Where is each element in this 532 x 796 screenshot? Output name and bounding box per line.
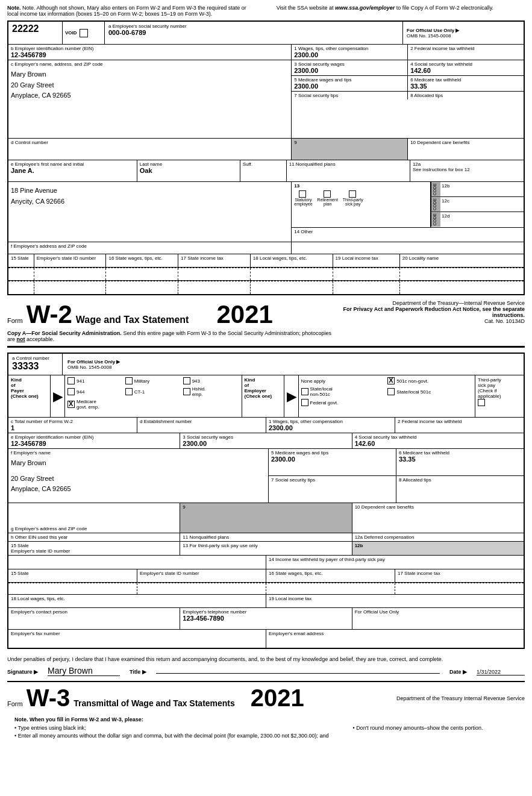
w3-box3-label: 3 Social security wages (183, 434, 349, 440)
w2-box12d-row: CODE 12d (431, 212, 524, 227)
w2-footer-left: Form W-2 Wage and Tax Statement 2021 Cop… (7, 300, 335, 343)
w2-checkbox-stat[interactable] (299, 190, 306, 198)
note-left-text: Note. Although not shown, Mary also ente… (7, 5, 246, 17)
note-right-prefix: Visit the SSA website at (277, 5, 335, 11)
w2-box1-cell: 1 Wages, tips, other compensation 2300.0… (292, 45, 408, 60)
w3-control-cell: a Control number 33333 (8, 354, 63, 375)
w3-title-text: Transmittal of Wage and Tax Statements (74, 698, 235, 708)
w2-employer-cell: c Employer's name, address, and ZIP code… (8, 60, 292, 138)
w3-state-d4 (395, 583, 524, 594)
w3-box2-cell: 2 Federal income tax withheld (395, 418, 524, 433)
w3-total-forms-cell: c Total number of Forms W-2 1 (8, 418, 137, 433)
w3-stateid-label: Employer's state ID number (140, 571, 199, 576)
w3-box16-label: 16 State wages, tips, etc. (269, 571, 322, 576)
w2-checkbox-ret[interactable] (324, 190, 331, 198)
bottom-bullet3: • Don't round money amounts–show the cen… (352, 725, 483, 731)
w2-box10-cell: 10 Dependent care benefits (408, 139, 524, 160)
w2-state15b-cell: Employer's state ID number (34, 254, 107, 267)
w3-state-col: 15 State (8, 569, 137, 582)
w3-box8-cell: 8 Allocated tips (396, 476, 524, 503)
w2-privacy: For Privacy Act and Paperwork Reduction … (335, 306, 525, 318)
w2-box12b-label-area: 12b (440, 182, 524, 196)
w3-cb-943-label: 943 (192, 378, 200, 384)
w2-checkbox-3rd[interactable] (349, 190, 356, 198)
w3-cb-944: 944 (67, 386, 124, 397)
w3-box11-cell: 11 Nonqualified plans (180, 533, 352, 541)
w3-checkbox-third-party[interactable] (478, 399, 485, 406)
w2-box13-ret: Retirement plan (318, 190, 338, 206)
w3-payer-checkboxes: 941 Military 943 944 (67, 377, 239, 410)
w2-box18-header: 18 Local wages, tips, etc. (251, 254, 333, 267)
w2-emp-addr-line2: Anycity, CA 92666 (11, 196, 289, 207)
w2-state-data2-4 (178, 281, 251, 294)
w3-checkbox-501c[interactable] (387, 377, 395, 384)
w3-estab-cell: d Establishment number (137, 418, 266, 433)
w2-row-3-4: 3 Social security wages 2300.00 4 Social… (292, 60, 524, 76)
w2-box8-cell: 8 Allocated tips (408, 92, 524, 99)
w2-title-text: Wage and Tax Statement (76, 315, 189, 325)
w2-box11-label: 11 Nonqualified plans (289, 161, 407, 167)
w2-box19-header: 19 Local income tax (333, 254, 400, 267)
w2-box12a-see: See instructions for box 12 (413, 167, 521, 172)
w2-state-data-7 (400, 268, 524, 280)
w3-box13-label: 13 For third-party sick pay use only (183, 543, 349, 548)
w2-box12c-code-bg: CODE (431, 197, 440, 212)
w3-cb-fed-label: Federal govt. (310, 400, 339, 406)
w3-checkbox-military[interactable] (125, 377, 133, 384)
w2-suff-cell: Suff. (240, 160, 287, 181)
w2-box12c-row: CODE 12c (431, 197, 524, 212)
w2-form-label: Form (7, 317, 23, 324)
w3-form-label: Form (7, 700, 23, 707)
w3-state-d2 (137, 583, 266, 594)
w3-state15b-label: Employer's state ID number (11, 548, 177, 554)
w2-emplname-value: Oak (140, 167, 237, 174)
w2-box12b-row: CODE 12b (431, 182, 524, 197)
w3-emp-addr-spacer (11, 504, 177, 526)
w2-box6-cell: 6 Medicare tax withheld 33.35 (408, 76, 524, 91)
w2-box13-stat: Statutory employee (294, 190, 312, 206)
w2-ein-label: b Employer identification number (EIN) (11, 46, 289, 51)
w3-ein-cell: e Employer identification number (EIN) 1… (8, 433, 180, 448)
w2-box8-label: 8 Allocated tips (410, 93, 521, 98)
w3-checkbox-state-local[interactable] (301, 388, 308, 395)
w3-checkbox-944[interactable] (67, 388, 75, 395)
w2-state15b-label: Employer's state ID number (37, 255, 96, 261)
w2-state-data2-7 (400, 281, 524, 294)
w2-header-row: 22222 VOID a Employee's social security … (8, 22, 524, 45)
w2-void-checkbox[interactable] (80, 29, 88, 37)
w2-row-5-6: 5 Medicare wages and tips 2300.00 6 Medi… (292, 76, 524, 92)
bottom-bullet1-text: Type entries using black ink; (18, 725, 86, 731)
bottom-notes-right: • Don't round money amounts–show the cen… (352, 725, 483, 739)
w2-control-value: 22222 (12, 24, 58, 34)
w2-emp-name-line: Mary Brown (11, 69, 289, 80)
bottom-bullet1: • Type entries using black ink; (14, 725, 328, 731)
w3-row-ein: e Employer identification number (EIN) 1… (8, 433, 524, 449)
w2-state-data-1 (8, 268, 34, 280)
w3-box10-label: 10 Dependent care benefits (355, 504, 521, 510)
w3-row-other-ein: h Other EIN used this year 11 Nonqualifi… (8, 533, 524, 542)
w3-checkbox-fed[interactable] (301, 399, 308, 406)
w3-box12b-cell: 12b (352, 542, 524, 555)
w2-empaddr-label-cell: f Employee's address and ZIP code (8, 242, 292, 254)
w3-checkbox-hshld[interactable] (183, 388, 190, 395)
w3-checkbox-state-local-501c[interactable] (387, 388, 395, 395)
w3-checkbox-941[interactable] (67, 377, 75, 384)
w2-copy-a-not: not (17, 336, 25, 342)
w2-box4-label: 4 Social security tax withheld (410, 61, 521, 67)
w2-title-row: Form W-2 Wage and Tax Statement 2021 (7, 300, 335, 329)
w3-penalty-section: Under penalties of perjury, I declare th… (7, 654, 525, 678)
w3-phone-cell: Employer's telephone number 123-456-7890 (180, 608, 352, 629)
w3-fax-row: Employer's fax number Employer's email a… (8, 630, 524, 648)
w3-employer-addr-block: Mary Brown (11, 458, 266, 469)
w2-state-data-row (8, 268, 524, 281)
w3-sig-label: Signature ▶ (7, 669, 38, 675)
w2-ssn-cell: a Employee's social security number 000-… (105, 22, 403, 44)
w3-checkbox-943[interactable] (183, 377, 190, 384)
w3-cb-hshld: Hshld. emp. (183, 386, 239, 397)
w3-checkbox-ct1[interactable] (125, 388, 133, 395)
w2-emp-addr2: Anyplace, CA 92665 (11, 90, 289, 101)
w3-state-d3 (266, 583, 395, 594)
w2-state-data-2 (34, 268, 107, 280)
w3-checkbox-medicare[interactable] (67, 401, 75, 408)
w3-box12b-label: 12b (355, 543, 521, 548)
